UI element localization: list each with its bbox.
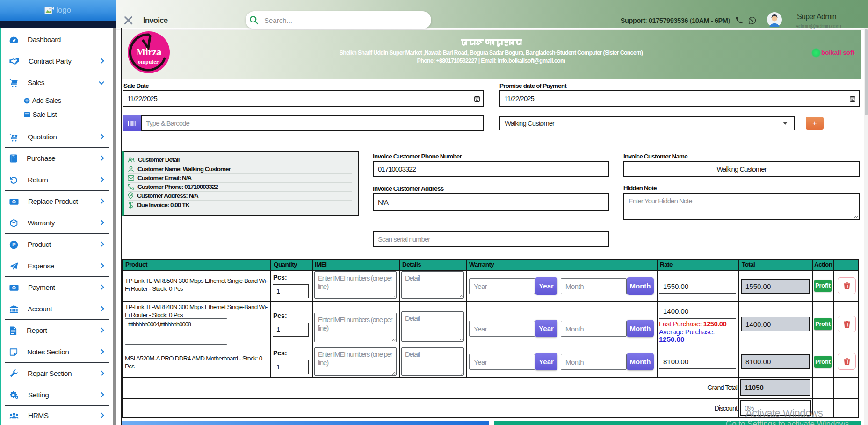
svg-text:Mirza: Mirza — [136, 46, 162, 58]
svg-text:0: 0 — [13, 200, 15, 204]
svg-text:omputer: omputer — [138, 58, 159, 65]
svg-text:P: P — [12, 242, 16, 247]
svg-text:0: 0 — [13, 286, 15, 290]
